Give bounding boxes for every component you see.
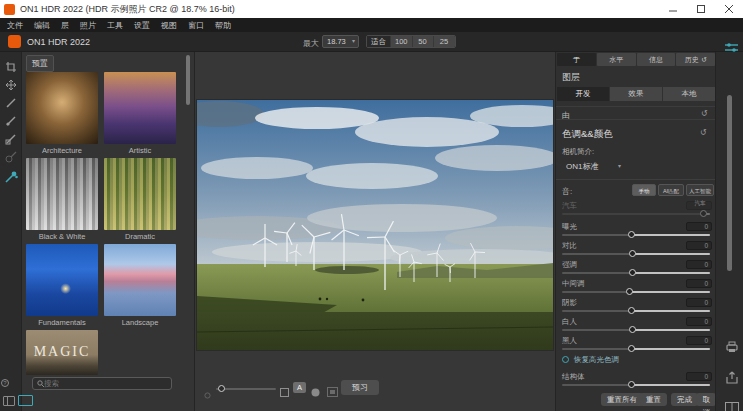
preview-a-button[interactable]: A: [293, 382, 306, 393]
browse-panel-icon[interactable]: [3, 396, 15, 406]
menu-edit[interactable]: 编辑: [34, 20, 50, 31]
slider-knob[interactable]: [628, 381, 635, 388]
history-undo-icon: ↻: [701, 53, 707, 66]
tab-navigator[interactable]: 于: [557, 53, 596, 66]
split-view-icon[interactable]: [724, 400, 740, 411]
slider-value[interactable]: 0: [686, 241, 712, 250]
tab-local[interactable]: 本地: [663, 87, 715, 101]
perfect-brush-tool-icon[interactable]: [4, 114, 18, 128]
slider-knob[interactable]: [629, 326, 636, 333]
tab-levels[interactable]: 水平: [597, 53, 636, 66]
preset-tile-fundamentals[interactable]: [26, 244, 98, 316]
tab-history[interactable]: 历史 ↻: [676, 53, 715, 66]
tone-color-reset-icon[interactable]: ↻: [700, 128, 707, 137]
preset-tile-artistic[interactable]: [104, 72, 176, 144]
menu-window[interactable]: 窗口: [188, 20, 204, 31]
slider-knob[interactable]: [628, 345, 635, 352]
export-icon[interactable]: [724, 370, 740, 384]
slider-track[interactable]: [562, 329, 710, 331]
presets-scrollbar[interactable]: [186, 55, 190, 105]
recover-highlights-toggle[interactable]: 恢复高光色调: [556, 354, 716, 366]
tone-label: 音:: [562, 186, 572, 197]
slider-track[interactable]: [562, 272, 710, 274]
move-tool-icon[interactable]: [4, 78, 18, 92]
slider-track[interactable]: [562, 384, 710, 386]
crop-tool-icon[interactable]: [4, 60, 18, 74]
reset-button[interactable]: 重置: [640, 393, 667, 406]
reset-icon[interactable]: ↻: [701, 109, 708, 118]
zoom-50-button[interactable]: 50: [413, 36, 434, 47]
preset-tile-dramatic[interactable]: [104, 158, 176, 230]
slider-track[interactable]: [562, 310, 710, 312]
zoom-25-button[interactable]: 25: [434, 36, 455, 47]
zoom-out-icon[interactable]: [204, 385, 211, 403]
masking-brush-tool-icon[interactable]: [4, 132, 18, 146]
frame-view-icon[interactable]: [327, 383, 338, 401]
slider-knob[interactable]: [629, 250, 636, 257]
slider-value[interactable]: 0: [686, 260, 712, 269]
help-icon[interactable]: ?: [1, 379, 9, 387]
refine-tool-icon[interactable]: [4, 150, 18, 164]
menu-tools[interactable]: 工具: [107, 20, 123, 31]
ai-mask-tool-icon[interactable]: [4, 170, 18, 184]
presets-panel-icon[interactable]: [18, 395, 33, 406]
slider-value[interactable]: 0: [686, 317, 712, 326]
tone-mode-row: 音: 手动 AI匹配 人工智能汽车: [556, 184, 716, 197]
preset-tile-black-white[interactable]: [26, 158, 98, 230]
fit-button[interactable]: 适合: [367, 36, 391, 47]
panel-top-tabs: 于 水平 信息 历史 ↻: [557, 53, 715, 66]
preset-tile-landscape[interactable]: [104, 244, 176, 316]
slider-value[interactable]: 0: [686, 336, 712, 345]
menu-layer[interactable]: 层: [61, 20, 69, 31]
slider-track[interactable]: [562, 291, 710, 293]
presets-tab[interactable]: 预置: [26, 55, 54, 72]
soft-proof-icon[interactable]: [311, 383, 320, 401]
slider-track[interactable]: [562, 348, 710, 350]
menu-help[interactable]: 帮助: [215, 20, 231, 31]
canvas-zoom-slider[interactable]: [216, 388, 276, 390]
tone-manual-button[interactable]: 手动: [632, 184, 656, 196]
slider-value[interactable]: 0: [686, 222, 712, 231]
slider-knob[interactable]: [629, 269, 636, 276]
right-panel-scrollbar[interactable]: [727, 95, 732, 271]
slider-value[interactable]: 0: [686, 298, 712, 307]
slider-value[interactable]: 0: [686, 372, 712, 381]
menu-settings[interactable]: 设置: [134, 20, 150, 31]
compare-checkbox-icon[interactable]: [280, 383, 289, 401]
reset-all-button[interactable]: 重置所有: [601, 393, 643, 406]
preview-button[interactable]: 预习: [341, 380, 379, 395]
slider-knob[interactable]: [626, 288, 633, 295]
brush-tool-icon[interactable]: [4, 96, 18, 110]
canvas-photo[interactable]: [197, 100, 553, 350]
tab-develop[interactable]: 开发: [557, 87, 609, 101]
canvas-zoom-knob[interactable]: [218, 385, 225, 392]
slider-knob[interactable]: [628, 231, 635, 238]
tab-info[interactable]: 信息: [637, 53, 676, 66]
camera-profile-dropdown[interactable]: ON1标准: [566, 161, 598, 172]
minimize-button[interactable]: [659, 0, 687, 18]
title-bar: ON1 HDR 2022 (HDR 示例照片 CR2 @ 18.7% 16-bi…: [0, 0, 743, 18]
collapsed-pane-row[interactable]: 由 ↻: [556, 106, 716, 120]
printer-icon[interactable]: [724, 340, 740, 354]
slider-knob[interactable]: [628, 307, 635, 314]
slider-value[interactable]: 0: [686, 279, 712, 288]
close-button[interactable]: [715, 0, 743, 18]
zoom-value-dropdown[interactable]: 18.73▾: [322, 35, 359, 48]
tone-ai-match-button[interactable]: AI匹配: [658, 184, 684, 196]
cancel-button[interactable]: 取消: [696, 393, 716, 406]
tone-ai-auto-button[interactable]: 人工智能汽车: [686, 184, 714, 196]
menu-file[interactable]: 文件: [7, 20, 23, 31]
slider-track[interactable]: [562, 253, 710, 255]
zoom-100-button[interactable]: 100: [391, 36, 413, 47]
menu-photo[interactable]: 照片: [80, 20, 96, 31]
adjust-panel-icon[interactable]: [724, 40, 739, 52]
preset-tile-architecture[interactable]: [26, 72, 98, 144]
search-input[interactable]: [44, 379, 167, 388]
tab-effects[interactable]: 效果: [610, 87, 662, 101]
maximize-button[interactable]: [687, 0, 715, 18]
slider-track[interactable]: [562, 234, 710, 236]
done-button[interactable]: 完成: [671, 393, 698, 406]
tone-color-title[interactable]: 色调&&颜色: [562, 128, 613, 141]
menu-view[interactable]: 视图: [161, 20, 177, 31]
preset-tile-magic[interactable]: MAGIC: [26, 330, 98, 375]
